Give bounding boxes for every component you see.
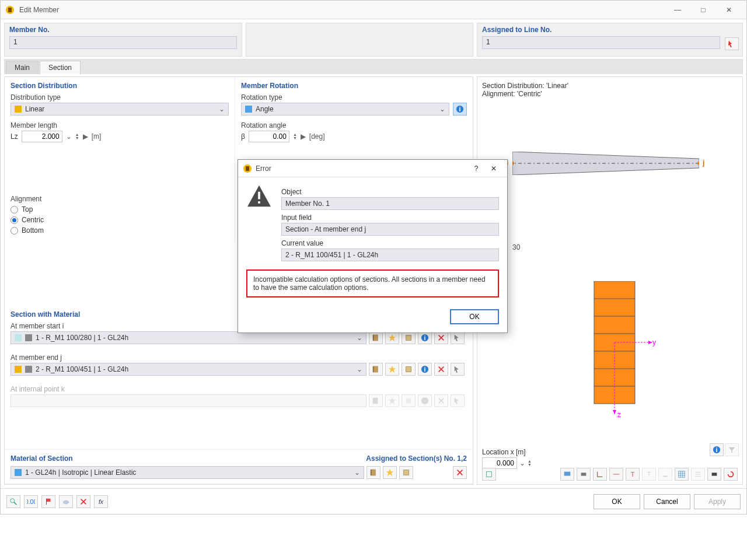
rotation-info-button[interactable]: i	[453, 103, 467, 116]
footer-units-button[interactable]: 0.00	[24, 495, 38, 508]
tool-print[interactable]	[577, 468, 591, 481]
end-pick-button[interactable]	[451, 363, 465, 376]
section-profile-icon	[25, 334, 32, 341]
tool-underline[interactable]	[658, 468, 672, 481]
preview-filter-button[interactable]	[725, 443, 739, 456]
error-dialog: Error ? ✕ Object Member No. 1 Input fiel…	[238, 159, 508, 333]
svg-text:T: T	[631, 471, 635, 478]
location-x-input[interactable]	[482, 457, 517, 469]
tool-text-off[interactable]: T	[642, 468, 656, 481]
end-swatch-icon	[15, 366, 22, 373]
printer-icon	[580, 470, 588, 478]
svg-text:0.00: 0.00	[27, 498, 35, 505]
alignment-top-row[interactable]: Top	[11, 205, 229, 214]
assigned-line-input[interactable]: 1	[482, 36, 720, 49]
angle-step-button[interactable]: ▶	[301, 132, 306, 141]
apply-button[interactable]: Apply	[694, 494, 741, 509]
start-library-button[interactable]	[369, 331, 383, 344]
alignment-centric-row[interactable]: Centric	[11, 216, 229, 224]
tool-dimensions[interactable]	[609, 468, 623, 481]
preview-reset-button[interactable]	[482, 468, 496, 481]
alignment-top-radio[interactable]	[11, 206, 18, 214]
member-no-input[interactable]: 1	[9, 36, 237, 49]
footer-reset-button[interactable]	[59, 495, 73, 508]
error-close-button[interactable]: ✕	[485, 164, 502, 173]
member-start-value: 1 - R_M1 100/280 | 1 - GL24h	[36, 334, 128, 342]
end-info-button[interactable]: i	[418, 363, 432, 376]
tool-text-on[interactable]: T	[626, 468, 640, 481]
angle-spinner[interactable]: ▲▼	[293, 133, 297, 140]
printer-icon	[710, 470, 718, 478]
footer-clear-button[interactable]	[76, 495, 90, 508]
error-help-button[interactable]: ?	[467, 164, 485, 173]
material-delete-button[interactable]	[453, 466, 467, 479]
rotation-angle-input[interactable]	[249, 131, 289, 142]
length-spinner[interactable]: ▲▼	[75, 133, 79, 140]
error-ok-button[interactable]: OK	[450, 309, 499, 324]
alignment-bottom-radio[interactable]	[11, 227, 18, 235]
footer-fx-button[interactable]: fx	[94, 495, 108, 508]
start-edit-button[interactable]	[402, 331, 416, 344]
tool-grid[interactable]	[675, 468, 689, 481]
material-edit-button[interactable]	[399, 466, 413, 479]
info-icon: i	[421, 365, 429, 373]
maximize-button[interactable]: □	[690, 1, 716, 19]
rotation-type-dropdown[interactable]: Angle ⌄	[241, 103, 449, 116]
material-new-button[interactable]	[383, 466, 397, 479]
location-x-dd[interactable]: ⌄	[519, 459, 525, 467]
angle-symbol: β	[241, 132, 245, 141]
svg-rect-42	[487, 472, 492, 477]
error-titlebar: Error ? ✕	[238, 160, 507, 177]
member-end-dropdown[interactable]: 2 - R_M1 100/451 | 1 - GL24h ⌄	[11, 363, 366, 376]
start-delete-button[interactable]	[434, 331, 448, 344]
tool-print2[interactable]	[707, 468, 721, 481]
material-library-button[interactable]	[366, 466, 381, 479]
end-library-button[interactable]	[369, 363, 383, 376]
dialog-footer: 0.00 fx OK Cancel Apply	[1, 488, 746, 514]
material-dropdown[interactable]: 1 - GL24h | Isotropic | Linear Elastic ⌄	[11, 466, 364, 479]
end-new-button[interactable]	[385, 363, 399, 376]
tool-refresh[interactable]	[724, 468, 738, 481]
preview-line1: Section Distribution: 'Linear'	[482, 82, 738, 90]
location-spinner[interactable]: ▲▼	[528, 460, 532, 467]
alignment-centric-radio[interactable]	[11, 216, 18, 224]
chevron-down-icon: ⌄	[357, 365, 362, 373]
member-length-input[interactable]	[22, 131, 62, 142]
member-rotation-title: Member Rotation	[241, 82, 467, 90]
ok-button[interactable]: OK	[594, 494, 640, 509]
svg-rect-21	[372, 470, 376, 476]
minimize-button[interactable]: —	[665, 1, 690, 19]
rotation-angle-label: Rotation angle	[241, 121, 467, 130]
pick-line-button[interactable]	[725, 37, 739, 50]
end-edit-button[interactable]	[402, 363, 416, 376]
end-delete-button[interactable]	[434, 363, 448, 376]
svg-marker-12	[389, 366, 396, 373]
error-current-label: Current value	[281, 239, 499, 247]
3d-cube-icon	[485, 470, 493, 478]
footer-coordinates-button[interactable]	[41, 495, 55, 508]
preview-info-button[interactable]: i	[710, 443, 724, 456]
close-button[interactable]: ✕	[716, 1, 742, 19]
start-pick-button[interactable]	[451, 331, 465, 344]
tool-axes[interactable]	[593, 468, 607, 481]
distribution-type-dropdown[interactable]: Linear ⌄	[11, 103, 229, 116]
start-info-button[interactable]: i	[418, 331, 432, 344]
tool-view[interactable]	[560, 468, 574, 481]
tool-list[interactable]	[691, 468, 705, 481]
svg-text:fx: fx	[99, 498, 104, 505]
tab-section[interactable]: Section	[40, 61, 81, 74]
member-start-dropdown[interactable]: 1 - R_M1 100/280 | 1 - GL24h ⌄	[11, 331, 366, 344]
alignment-bottom-row[interactable]: Bottom	[11, 226, 229, 235]
new-star-icon	[388, 397, 396, 405]
section-profile-icon	[25, 366, 32, 373]
start-new-button[interactable]	[385, 331, 399, 344]
footer-help-button[interactable]	[6, 495, 20, 508]
length-unit-dd[interactable]: ⌄	[66, 132, 72, 141]
svg-point-19	[421, 397, 428, 404]
tab-main[interactable]: Main	[6, 61, 39, 74]
cancel-button[interactable]: Cancel	[644, 494, 690, 509]
section-cross-preview	[588, 281, 658, 421]
error-current-value: 2 - R_M1 100/451 | 1 - GL24h	[281, 249, 499, 261]
delete-x-icon	[437, 334, 445, 342]
length-step-button[interactable]: ▶	[83, 132, 88, 141]
